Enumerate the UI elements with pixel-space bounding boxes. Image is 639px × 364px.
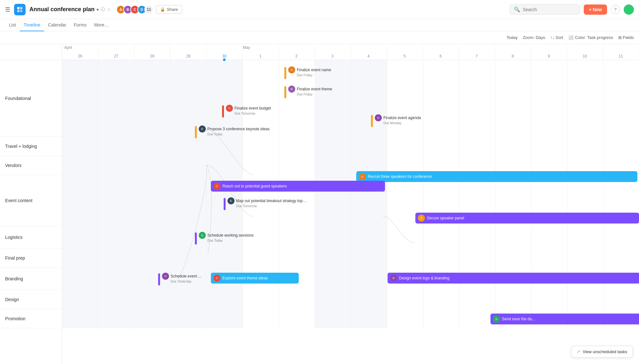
date-5: 5 xyxy=(387,44,423,60)
task-finalize-event-budget[interactable]: C Finalize event budget Due Tomorrow xyxy=(222,105,271,118)
cell xyxy=(207,60,243,137)
header: ☰ Annual conference plan ▾ ⓘ ☆ A B C D 1… xyxy=(0,0,639,19)
cell xyxy=(351,137,387,156)
tab-timeline[interactable]: Timeline xyxy=(20,19,44,31)
info-icon[interactable]: ⓘ xyxy=(101,7,105,12)
task-recruit-speakers[interactable]: A Recruit three speakers for conference xyxy=(356,171,637,182)
row-label-final-prep: Final prep xyxy=(0,248,62,268)
cell xyxy=(496,226,532,248)
svg-rect-2 xyxy=(17,10,19,12)
project-title: Annual conference plan xyxy=(29,6,95,13)
task-finalize-event-theme[interactable]: B Finalize event theme Due Friday xyxy=(284,86,332,98)
cell xyxy=(604,60,639,137)
cell xyxy=(315,156,351,175)
color-button[interactable]: ⬜ Color: Task progress xyxy=(568,35,613,40)
cell xyxy=(568,137,604,156)
row-label-design: Design xyxy=(0,290,62,309)
cell xyxy=(351,268,387,290)
cell xyxy=(568,226,604,248)
row-labels: Foundational Travel + lodging Vendors Ev… xyxy=(0,44,62,364)
title-actions: ▾ ⓘ ☆ xyxy=(96,7,111,12)
unscheduled-tasks-button[interactable]: ↗ View unscheduled tasks xyxy=(571,346,633,358)
task-map-breakout[interactable]: E Map out potential breakout strategy to… xyxy=(224,197,306,210)
row-event-content: C Reach out to potential guest speakers … xyxy=(62,175,639,226)
task-secure-panel[interactable]: F Secure speaker panel xyxy=(415,213,639,224)
app-icon xyxy=(14,4,26,15)
cell xyxy=(243,60,279,137)
tab-calendar[interactable]: Calendar xyxy=(44,19,70,31)
tab-forms[interactable]: Forms xyxy=(70,19,90,31)
cell xyxy=(243,156,279,175)
task-design-logo[interactable]: D Design event logo & branding xyxy=(388,273,639,284)
cell xyxy=(604,290,639,309)
task-send-save[interactable]: G Send save the da... xyxy=(490,314,639,324)
cell xyxy=(135,290,171,309)
row-branding: H Schedule event ... Due Yesterday C Exp… xyxy=(62,268,639,290)
date-2: 2 xyxy=(279,44,315,60)
chevron-down-icon[interactable]: ▾ xyxy=(96,7,99,12)
cell xyxy=(279,137,315,156)
cell xyxy=(423,137,459,156)
sort-button[interactable]: ↑↓ Sort xyxy=(550,35,563,40)
cell xyxy=(98,248,135,268)
row-final-prep xyxy=(62,248,639,268)
new-button[interactable]: + New xyxy=(584,4,607,15)
date-9: 9 xyxy=(531,44,567,60)
share-button[interactable]: 🔒 Share xyxy=(156,5,182,14)
row-label-event-content: Event content xyxy=(0,175,62,226)
task-propose-keynote[interactable]: E Propose 3 conference keynote ideas Due… xyxy=(195,125,270,138)
cell xyxy=(98,226,135,248)
avatar-count[interactable]: 11 xyxy=(144,5,153,14)
user-avatar[interactable] xyxy=(624,4,634,15)
cell xyxy=(423,60,459,137)
cell xyxy=(315,226,351,248)
cell xyxy=(351,290,387,309)
cell xyxy=(387,248,423,268)
fields-button[interactable]: ⊞ Fields xyxy=(618,35,634,40)
cell xyxy=(207,248,243,268)
date-29: 29 xyxy=(170,44,206,60)
cell xyxy=(496,248,532,268)
row-design xyxy=(62,290,639,309)
task-reach-out-speakers[interactable]: C Reach out to potential guest speakers xyxy=(211,181,385,192)
cell xyxy=(532,226,568,248)
task-finalize-event-agenda[interactable]: D Finalize event agenda Due Monday xyxy=(371,114,421,127)
cell xyxy=(171,137,207,156)
cell xyxy=(459,290,496,309)
cell xyxy=(135,175,171,226)
cell xyxy=(423,226,459,248)
date-10: 10 xyxy=(567,44,603,60)
date-7: 7 xyxy=(459,44,495,60)
search-input[interactable] xyxy=(523,7,576,12)
cell xyxy=(459,226,496,248)
cell xyxy=(98,268,135,290)
menu-icon[interactable]: ☰ xyxy=(5,6,10,13)
cell xyxy=(532,290,568,309)
star-icon[interactable]: ☆ xyxy=(107,7,111,12)
cell xyxy=(604,226,639,248)
cell xyxy=(568,60,604,137)
svg-rect-0 xyxy=(17,7,19,9)
help-button[interactable]: ? xyxy=(611,5,620,14)
task-explore-theme[interactable]: C Explore event theme ideas xyxy=(211,273,299,284)
cell xyxy=(171,175,207,226)
nav-tabs: List Timeline Calendar Forms More… xyxy=(0,19,639,31)
today-button[interactable]: Today xyxy=(506,35,518,40)
cell xyxy=(604,137,639,156)
cell xyxy=(207,309,243,328)
task-schedule-sessions[interactable]: G Schedule working sessions Due Today xyxy=(195,232,254,245)
cell xyxy=(135,309,171,328)
cell xyxy=(243,309,279,328)
svg-rect-1 xyxy=(20,7,22,9)
cell xyxy=(62,60,98,137)
cell xyxy=(496,137,532,156)
cell xyxy=(279,156,315,175)
task-schedule-event[interactable]: H Schedule event ... Due Yesterday xyxy=(158,273,201,285)
search-icon: 🔍 xyxy=(514,6,520,12)
zoom-button[interactable]: Zoom: Days xyxy=(523,35,545,40)
cell xyxy=(351,226,387,248)
cell xyxy=(135,156,171,175)
task-finalize-event-name[interactable]: A Finalize event name Due Friday xyxy=(284,66,331,79)
tab-list[interactable]: List xyxy=(5,19,20,31)
tab-more[interactable]: More… xyxy=(90,19,113,31)
